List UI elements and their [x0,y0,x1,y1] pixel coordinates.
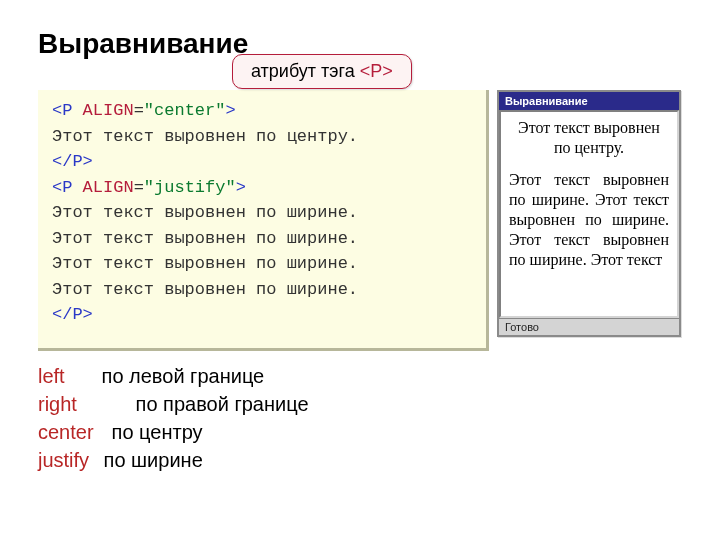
legend-desc: по центру [112,421,203,443]
legend-row: right по правой границе [38,390,309,418]
code-text: Этот текст выровнен по ширине. [52,229,358,248]
code-text: Этот текст выровнен по ширине. [52,280,358,299]
badge-tag: <P> [360,61,393,81]
badge-label: атрибут тэга [251,61,360,81]
code-eq: = [134,101,144,120]
window-body: Этот текст выровнен по центру. Этот текс… [499,110,679,318]
code-example: <P ALIGN="center"> Этот текст выровнен п… [38,90,489,351]
preview-centered-text: Этот текст выровнен по центру. [509,118,669,158]
legend: left по левой границе right по правой гр… [38,362,309,474]
legend-row: center по центру [38,418,309,446]
code-bracket: < [52,178,62,197]
code-attr: ALIGN [72,101,133,120]
legend-keyword: justify [38,446,98,474]
code-tag: P [72,305,82,324]
legend-row: justify по ширине [38,446,309,474]
code-eq: = [134,178,144,197]
code-val: "justify" [144,178,236,197]
code-text: Этот текст выровнен по ширине. [52,254,358,273]
code-tag: P [72,152,82,171]
code-bracket: </ [52,305,72,324]
code-bracket: > [236,178,246,197]
legend-desc: по левой границе [102,365,265,387]
code-bracket: < [52,101,62,120]
preview-justified-text: Этот текст выровнен по ширине. Этот текс… [509,170,669,270]
attribute-badge: атрибут тэга <P> [232,54,412,89]
code-attr: ALIGN [72,178,133,197]
legend-keyword: right [38,390,130,418]
page-title: Выравнивание [38,28,248,60]
legend-keyword: left [38,362,96,390]
code-bracket: > [83,305,93,324]
code-tag: P [62,178,72,197]
window-titlebar: Выравнивание [499,92,679,110]
legend-row: left по левой границе [38,362,309,390]
code-tag: P [62,101,72,120]
code-text: Этот текст выровнен по центру. [52,127,358,146]
window-statusbar: Готово [499,318,679,335]
code-text: Этот текст выровнен по ширине. [52,203,358,222]
legend-keyword: center [38,418,106,446]
code-bracket: > [83,152,93,171]
code-val: "center" [144,101,226,120]
code-bracket: </ [52,152,72,171]
preview-window: Выравнивание Этот текст выровнен по цент… [497,90,681,337]
code-bracket: > [225,101,235,120]
legend-desc: по ширине [104,449,203,471]
legend-desc: по правой границе [136,393,309,415]
